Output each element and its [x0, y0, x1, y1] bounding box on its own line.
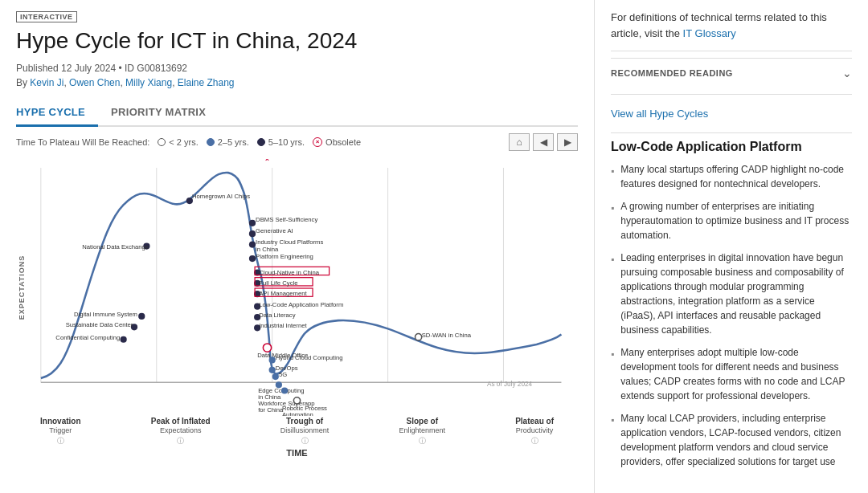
- right-panel: For definitions of technical terms relat…: [595, 0, 868, 493]
- dot-industry-cloud[interactable]: [249, 241, 256, 247]
- legend-circle-hollow: [158, 138, 166, 146]
- tech-bullets-list: Many local startups offering CADP highli…: [611, 162, 852, 469]
- dot-data-middle-office[interactable]: [263, 343, 271, 351]
- svg-text:Cloud-Native in China: Cloud-Native in China: [259, 268, 320, 275]
- svg-text:Data Literacy: Data Literacy: [259, 312, 295, 319]
- legend-circle-blue: [207, 138, 215, 146]
- hype-cycle-chart: Homegrown AI Chips National Data Exchang…: [16, 159, 578, 416]
- svg-text:Hybrid Cloud Computing: Hybrid Cloud Computing: [276, 354, 343, 361]
- it-glossary-link[interactable]: IT Glossary: [683, 27, 736, 39]
- chevron-down-icon: ⌄: [842, 67, 852, 79]
- tab-hype-cycle[interactable]: HYPE CYCLE: [16, 100, 98, 127]
- svg-text:5G: 5G: [279, 371, 287, 378]
- tech-title: Low-Code Application Platform: [611, 140, 852, 154]
- svg-text:SD-WAN in China: SD-WAN in China: [422, 331, 472, 338]
- x-label-slope: Slope of Enlightenment ⓘ: [399, 416, 445, 446]
- right-intro-text: For definitions of technical terms relat…: [611, 10, 852, 41]
- left-panel: INTERACTIVE Hype Cycle for ICT in China,…: [0, 0, 595, 493]
- chart-home-button[interactable]: ⌂: [509, 133, 530, 151]
- tech-bullet-3: Many enterprises adopt multiple low-code…: [611, 345, 852, 403]
- legend-item-1: 2–5 yrs.: [207, 137, 249, 147]
- svg-text:API Management: API Management: [259, 290, 307, 297]
- svg-text:Confidential Computing: Confidential Computing: [55, 333, 120, 340]
- meta-published: Published 12 July 2024 • ID G00813692: [16, 63, 578, 74]
- svg-text:Automation: Automation: [282, 411, 313, 416]
- author-owen-chen[interactable]: Owen Chen: [69, 77, 120, 88]
- chart-date-label: As of July 2024: [487, 381, 533, 388]
- x-axis-time-label: TIME: [16, 446, 578, 459]
- dot-confidential[interactable]: [121, 336, 127, 342]
- x-label-innovation: Innovation Trigger ⓘ: [40, 416, 81, 446]
- svg-text:×: ×: [265, 159, 269, 163]
- svg-text:Industry Cloud Platforms: Industry Cloud Platforms: [256, 238, 323, 245]
- svg-text:Sustainable Data Center: Sustainable Data Center: [66, 321, 133, 328]
- svg-text:Industrial Internet: Industrial Internet: [259, 322, 307, 329]
- svg-text:Homegrown AI Chips: Homegrown AI Chips: [192, 193, 250, 200]
- legend-circle-obsolete: ×: [313, 137, 322, 147]
- interactive-badge: INTERACTIVE: [16, 11, 77, 22]
- divider-2: [611, 94, 852, 95]
- tech-bullet-2: Leading enterprises in digital innovatio…: [611, 251, 852, 337]
- legend-row: Time To Plateau Will Be Reached: < 2 yrs…: [16, 127, 578, 157]
- dot-rpa[interactable]: [293, 397, 300, 403]
- dot-5g[interactable]: [272, 373, 279, 379]
- author-milly-xiang[interactable]: Milly Xiang: [125, 77, 172, 88]
- dot-hybrid-cloud[interactable]: [269, 357, 276, 363]
- legend-item-0: < 2 yrs.: [158, 137, 198, 147]
- tech-bullet-0: Many local startups offering CADP highli…: [611, 162, 852, 191]
- y-axis-label: EXPECTATIONS: [18, 255, 26, 320]
- svg-text:Digital Immune System: Digital Immune System: [74, 311, 137, 318]
- author-elaine-zhang[interactable]: Elaine Zhang: [178, 77, 235, 88]
- svg-text:DBMS Self-Sufficiency: DBMS Self-Sufficiency: [256, 215, 317, 222]
- svg-text:Full Life Cycle: Full Life Cycle: [259, 279, 297, 287]
- meta-authors: By Kevin Ji, Owen Chen, Milly Xiang, Ela…: [16, 77, 578, 88]
- x-label-trough: Trough of Disillusionment ⓘ: [280, 416, 330, 446]
- x-axis-labels: Innovation Trigger ⓘ Peak of Inflated Ex…: [16, 416, 578, 446]
- svg-text:Platform Engineering: Platform Engineering: [256, 253, 313, 260]
- svg-text:Low-Code Application Platform: Low-Code Application Platform: [259, 300, 343, 308]
- divider-1: [611, 51, 852, 51]
- legend-item-3: × Obsolete: [313, 137, 361, 147]
- dot-dbms[interactable]: [249, 219, 256, 226]
- legend-item-2: 5–10 yrs.: [257, 137, 305, 147]
- dot-digital-immune[interactable]: [138, 312, 145, 319]
- dot-sdwan[interactable]: [415, 333, 421, 340]
- author-kevin-ji[interactable]: Kevin Ji: [30, 77, 63, 88]
- x-label-peak: Peak of Inflated Expectations ⓘ: [151, 416, 211, 446]
- x-label-plateau: Plateau of Productivity ⓘ: [515, 416, 554, 446]
- svg-text:Generative AI: Generative AI: [256, 227, 293, 234]
- chart-area: EXPECTATIONS Homegrown AI Chips: [16, 159, 578, 416]
- dot-platform-eng[interactable]: [249, 255, 256, 262]
- recommended-reading-label: RECOMMENDED READING: [611, 68, 733, 78]
- article-title: Hype Cycle for ICT in China, 2024: [16, 27, 578, 55]
- legend-label: Time To Plateau Will Be Reached:: [16, 137, 149, 147]
- svg-text:National Data Exchange: National Data Exchange: [82, 242, 149, 250]
- divider-3: [611, 132, 852, 133]
- tabs-row: HYPE CYCLE PRIORITY MATRIX: [16, 100, 578, 127]
- tech-bullet-4: Many local LCAP providers, including ent…: [611, 411, 852, 469]
- recommended-reading-toggle[interactable]: RECOMMENDED READING ⌄: [611, 58, 852, 88]
- view-all-hype-cycles-link[interactable]: View all Hype Cycles: [611, 101, 852, 126]
- legend-circle-dark: [257, 138, 265, 146]
- chart-next-button[interactable]: ▶: [557, 133, 578, 151]
- chart-prev-button[interactable]: ◀: [533, 133, 554, 151]
- tab-priority-matrix[interactable]: PRIORITY MATRIX: [111, 100, 219, 125]
- dot-workforce-superapp[interactable]: [281, 387, 288, 393]
- svg-text:in China: in China: [256, 245, 279, 252]
- dot-generative-ai[interactable]: [249, 230, 256, 237]
- chart-nav: ⌂ ◀ ▶: [509, 133, 578, 151]
- tech-bullet-1: A growing number of enterprises are init…: [611, 199, 852, 242]
- dot-devops[interactable]: [269, 366, 276, 373]
- svg-text:for China: for China: [258, 406, 284, 414]
